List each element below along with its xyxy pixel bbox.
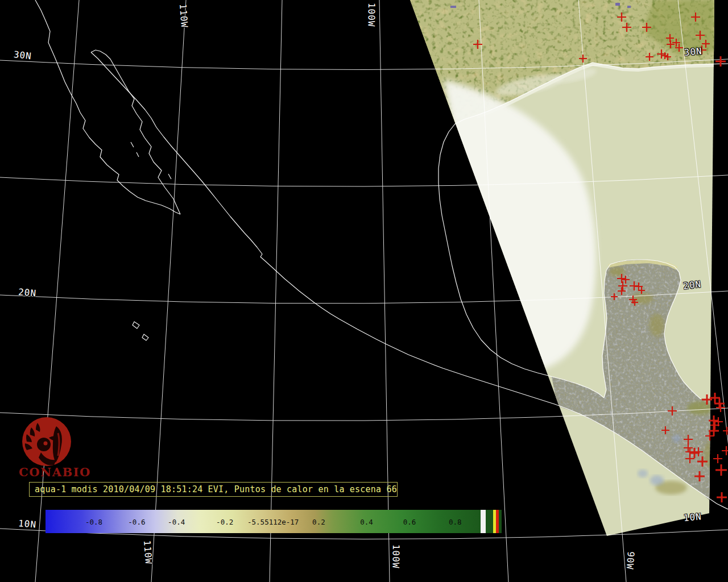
graticule-label-110w: 110W	[142, 540, 154, 565]
colorbar-red-flag	[496, 510, 499, 533]
colorbar-tick: -0.2	[216, 517, 233, 526]
graticule-label-90w: 90W	[624, 551, 636, 570]
conabio-logo: CONABIO	[19, 417, 91, 479]
colorbar-white-flag	[481, 510, 486, 533]
satellite-map-viewer: CONABIO 30N20N10N30N20N10N110W100W110W10…	[0, 0, 728, 582]
satellite-swath	[398, 0, 728, 582]
colorbar-tick: -0.8	[85, 517, 102, 526]
water-body	[615, 3, 620, 6]
caption-box: aqua-1 modis 2010/04/09 18:51:24 EVI, Pu…	[29, 482, 398, 497]
graticule-label-20n: 20N	[18, 286, 36, 299]
islands-marias	[133, 322, 148, 340]
fire-hotspot-cross	[717, 492, 727, 502]
fire-hotspot-cross	[713, 454, 722, 463]
logo-wordmark: CONABIO	[19, 465, 91, 479]
colorbar-tick: -0.4	[168, 517, 185, 526]
colorbar-tick: 0.6	[403, 517, 416, 526]
fire-hotspot-cross	[715, 56, 726, 66]
graticule-label-30n: 30N	[13, 49, 32, 61]
fire-hotspot-cross	[723, 427, 728, 435]
graticule-label-10n: 10N	[683, 511, 702, 523]
fire-hotspot-cross	[715, 464, 727, 476]
fire-hotspot-cross	[709, 415, 719, 426]
colorbar-tick: 0.8	[449, 517, 462, 526]
fire-hotspot-cross	[722, 446, 728, 455]
fire-hotspot-cross	[710, 393, 720, 403]
colorbar-tick: -0.6	[128, 517, 145, 526]
graticule-label-30n: 30N	[684, 45, 702, 58]
graticule-label-100w: 100W	[366, 3, 377, 27]
graticule-label-100w: 100W	[390, 544, 402, 569]
graticule-label-110w: 110W	[177, 3, 190, 28]
evi-colorbar: -0.8-0.6-0.4-0.2-5.55112e-170.20.40.60.8	[46, 510, 502, 533]
graticule-label-20n: 20N	[682, 278, 702, 292]
coast-baja-east	[91, 50, 180, 214]
burn-scar-patch	[650, 475, 664, 485]
graticule-label-10n: 10N	[18, 518, 36, 530]
colorbar-tick: -5.55112e-17	[247, 517, 299, 526]
caption-text: aqua-1 modis 2010/04/09 18:51:24 EVI, Pu…	[35, 484, 397, 494]
colorbar-tick: 0.2	[312, 517, 325, 526]
colorbar-tick: 0.4	[360, 517, 373, 526]
